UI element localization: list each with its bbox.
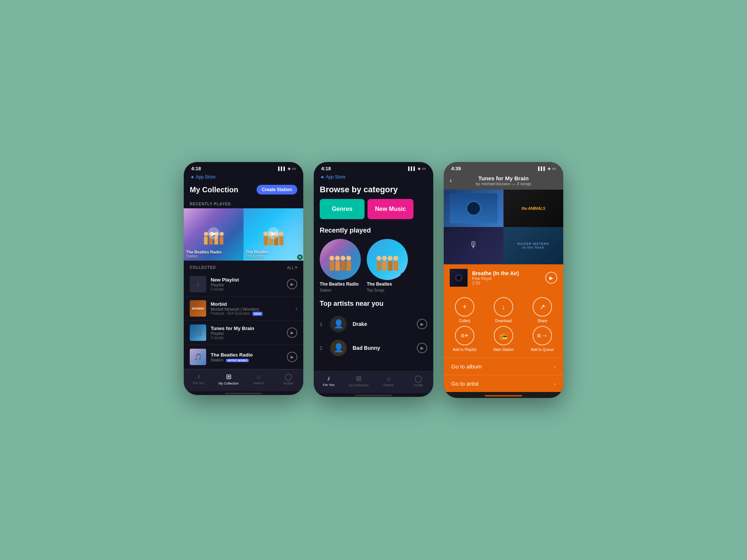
app-store-text-1[interactable]: App Store xyxy=(196,174,216,180)
back-button-s3[interactable]: ‹ xyxy=(450,177,452,184)
screens-container: 4:18 ▌▌▌ ◈ ▭ ◄ App Store My Collection C… xyxy=(169,140,578,420)
gotoalbum-chevron: › xyxy=(554,364,556,370)
tab-profile-2[interactable]: ◯ Profile xyxy=(403,374,433,387)
status-bar-1: 4:18 ▌▌▌ ◈ ▭ xyxy=(184,162,303,174)
list-item[interactable]: 🎵 The Beatles Radio Station ARTIST MODES… xyxy=(184,345,303,369)
create-station-button[interactable]: Create Station xyxy=(257,185,297,195)
badbunny-avatar: 👤 xyxy=(330,340,347,356)
status-bar-2: 4:18 ▌▌▌ ◈ ▭ xyxy=(314,162,433,174)
tab-foryou-2[interactable]: ♪ For You xyxy=(314,374,344,387)
item-info-morbid: Morbid Morbid Network | Wondery Podcast … xyxy=(211,301,291,315)
action-collect[interactable]: + Collect xyxy=(447,297,483,323)
badbunny-silhouette: 👤 xyxy=(334,343,344,353)
action-addtoplaylist[interactable]: ≡+ Add to Playlist xyxy=(447,326,483,352)
item-sub2-playlist: 0 songs xyxy=(211,287,282,291)
rp-title-1: The Beatles Radio xyxy=(186,250,221,254)
item-title-tunes: Tunes for My Brain xyxy=(211,326,282,331)
list-item[interactable]: MORBID Morbid Morbid Network | Wondery P… xyxy=(184,296,303,321)
rp-item-beatles[interactable]: ▶ The Beatles Top Songs ✓ xyxy=(244,208,303,261)
item-sub-tunes: Playlist xyxy=(211,331,282,336)
top-artists-label: Top artists near you xyxy=(314,298,433,312)
mycollection-label-2: My Collection xyxy=(348,383,369,387)
status-icons-1: ▌▌▌ ◈ ▭ xyxy=(278,166,296,171)
app-store-text-2[interactable]: App Store xyxy=(326,174,345,180)
status-icons-3: ▌▌▌ ◈ ▭ xyxy=(538,166,556,171)
recently-played-label-2: Recently played xyxy=(314,225,433,239)
collect-label: Collect xyxy=(459,319,471,323)
play-overlay-1[interactable]: ▶ xyxy=(208,227,220,239)
tab-mycollection-1[interactable]: ⊞ My Collection xyxy=(214,373,244,385)
rp-card-beatlesradio[interactable]: The Beatles Radio Station xyxy=(320,239,361,292)
share-label: Share xyxy=(537,319,548,323)
np-play-button[interactable]: ▶ xyxy=(545,272,557,284)
item-sub2-morbid: Podcast · 554 Episodes NEW xyxy=(211,311,291,315)
screen2-browse: 4:18 ▌▌▌ ◈ ▭ ◄ App Store Browse by categ… xyxy=(314,162,433,397)
all-button[interactable]: ALL ▾ xyxy=(287,265,297,270)
download-icon: ↓ xyxy=(494,297,513,317)
album-cell-animals: the ANIMALS xyxy=(503,190,563,227)
beatles-radio-thumb: 🎵 xyxy=(190,349,206,365)
play-button-playlist[interactable]: ▶ xyxy=(287,279,297,289)
play-overlay-2[interactable]: ▶ xyxy=(267,227,279,239)
list-item[interactable]: 🎵 Tunes for My Brain Playlist 3 songs ▶ xyxy=(184,321,303,345)
genres-button[interactable]: Genres xyxy=(320,199,365,219)
drake-silhouette: 👤 xyxy=(334,319,344,329)
tab-search-2[interactable]: ⌕ Search xyxy=(374,374,403,387)
collection-header: My Collection Create Station xyxy=(184,182,303,199)
play-button-beatlesradio[interactable]: ▶ xyxy=(287,352,297,362)
item-sub-beatlesradio: Station ARTIST MODES xyxy=(211,358,282,362)
play-button-badbunny[interactable]: ▶ xyxy=(417,343,427,353)
addtoplaylist-label: Add to Playlist xyxy=(453,348,476,352)
signal-icon-1: ▌▌▌ xyxy=(278,167,286,171)
foryou-label-1: For You xyxy=(193,381,204,385)
playlist-header-bar: ‹ Tunes for My Brain by michael.bizzaco … xyxy=(444,174,563,190)
app-store-bar-1: ◄ App Store xyxy=(184,174,303,182)
rp-item-beatlesradio[interactable]: ▶ The Beatles Radio Station xyxy=(184,208,244,261)
artist-modes-badge: ARTIST MODES xyxy=(226,359,249,362)
playlist-header-sub: by michael.bizzaco — 3 songs xyxy=(476,181,531,186)
rp-card-beatles[interactable]: ✓ The Beatles Top Songs xyxy=(367,239,408,292)
action-share[interactable]: ↗ Share xyxy=(524,297,560,323)
tab-foryou-1[interactable]: ♪ For You xyxy=(184,373,214,385)
wifi-icon-3: ◈ xyxy=(548,166,551,171)
category-grid: Genres New Music xyxy=(314,199,433,225)
tab-profile-1[interactable]: ◯ Profile xyxy=(273,373,303,385)
artist-name-drake: Drake xyxy=(353,321,411,327)
artist-item-badbunny[interactable]: 2 👤 Bad Bunny ▶ xyxy=(314,336,433,360)
action-addtoqueue[interactable]: ≡→ Add to Queue xyxy=(524,326,560,352)
foryou-icon-1: ♪ xyxy=(197,373,201,380)
now-playing-bar[interactable]: Breathe (In the Air) Pink Floyd 2:50 ▶ xyxy=(444,264,563,291)
back-arrow-2: ◄ xyxy=(320,174,324,180)
rp-sub-2: Top Songs xyxy=(246,254,269,258)
tab-mycollection-2[interactable]: ⊞ My Collection xyxy=(344,374,374,387)
home-indicator-1 xyxy=(225,393,262,394)
item-sub2-tunes: 3 songs xyxy=(211,336,282,340)
newmusic-button[interactable]: New Music xyxy=(368,199,413,219)
item-sub-morbid: Morbid Network | Wondery xyxy=(211,307,291,311)
battery-icon-2: ▭ xyxy=(422,166,426,171)
album-cell-waters: ROGER WATERSin the flesh xyxy=(503,227,563,264)
menu-item-gotoartist[interactable]: Go to artist › xyxy=(444,375,563,392)
tab-search-1[interactable]: ⌕ Search xyxy=(244,373,273,385)
rp-circle-2: ✓ xyxy=(367,239,408,280)
play-button-drake[interactable]: ▶ xyxy=(417,319,427,329)
search-label-1: Search xyxy=(253,381,264,385)
foryou-icon-2: ♪ xyxy=(327,374,331,382)
chevron-right-morbid[interactable]: › xyxy=(295,305,297,311)
profile-label-2: Profile xyxy=(413,383,423,387)
profile-icon-1: ◯ xyxy=(285,373,292,381)
startstation-label: Start Station xyxy=(493,348,514,352)
np-thumb xyxy=(450,269,468,287)
mycollection-label-1: My Collection xyxy=(218,382,239,385)
browse-title: Browse by category xyxy=(320,185,427,195)
play-button-tunes[interactable]: ▶ xyxy=(287,327,297,338)
action-download[interactable]: ↓ Download xyxy=(486,297,521,323)
menu-item-gotoalbum[interactable]: Go to album › xyxy=(444,358,563,375)
signal-icon-3: ▌▌▌ xyxy=(538,167,546,171)
artist-item-drake[interactable]: 1 👤 Drake ▶ xyxy=(314,312,433,336)
action-startstation[interactable]: 📻 Start Station xyxy=(486,326,521,352)
list-item[interactable]: ♪ New Playlist Playlist 0 songs ▶ xyxy=(184,272,303,296)
album-grid: the ANIMALS 🎙 ROGER WATERSin the flesh xyxy=(444,190,563,264)
wifi-icon-2: ◈ xyxy=(418,166,421,171)
addtoqueue-label: Add to Queue xyxy=(531,348,554,352)
